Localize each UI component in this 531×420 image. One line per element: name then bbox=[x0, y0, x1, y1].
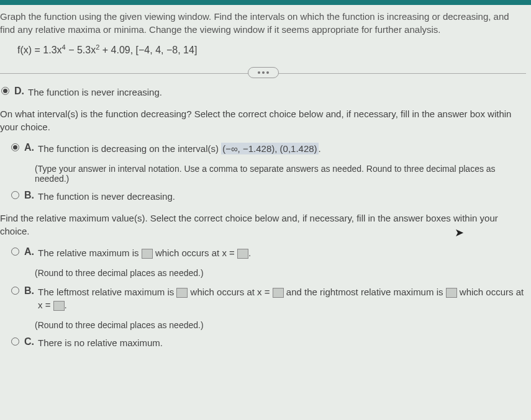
q2-a-t3: . bbox=[248, 248, 251, 258]
problem-instructions: Graph the function using the given viewi… bbox=[0, 10, 526, 36]
question-2: Find the relative maximum value(s). Sele… bbox=[0, 212, 526, 238]
q1-b-label: B. bbox=[24, 190, 34, 201]
q1-a-text: The function is decreasing on the interv… bbox=[38, 142, 321, 155]
q2-c-label: C. bbox=[24, 336, 34, 347]
q2-a-t1: The relative maximum is bbox=[38, 248, 142, 258]
q1-a-text1: The function is decreasing on the interv… bbox=[38, 143, 221, 154]
q2-option-b-row: B. The leftmost relative maximum is whic… bbox=[11, 285, 526, 311]
q2-a-hint: (Round to three decimal places as needed… bbox=[35, 268, 526, 278]
q2-a-text: The relative maximum is which occurs at … bbox=[38, 246, 251, 259]
q2-b-t3: and the rightmost relative maximum is bbox=[284, 287, 446, 297]
q1-b-text: The function is never decreasing. bbox=[38, 190, 175, 203]
answer-box-5[interactable] bbox=[446, 288, 457, 298]
answer-box-3[interactable] bbox=[176, 288, 188, 298]
formula-suffix: + 4.09, [−4, 4, −8, 14] bbox=[99, 45, 197, 55]
answer-box-1[interactable] bbox=[142, 249, 153, 259]
q2-a-t2: which occurs at x = bbox=[153, 248, 237, 258]
q2-option-c-row: C. There is no relative maximum. bbox=[11, 336, 526, 349]
top-teal-bar bbox=[0, 0, 531, 5]
q2-b-t5: . bbox=[65, 300, 67, 310]
option-d-label: D. bbox=[14, 86, 24, 97]
formula-mid: − 5.3x bbox=[66, 45, 96, 55]
q2-option-a-row: A. The relative maximum is which occurs … bbox=[11, 246, 526, 259]
cursor-icon: ➤ bbox=[455, 225, 464, 241]
radio-q2-b[interactable] bbox=[11, 287, 19, 295]
q2-b-hint: (Round to three decimal places as needed… bbox=[35, 320, 526, 330]
radio-q2-a[interactable] bbox=[11, 248, 19, 256]
q2-b-t2: which occurs at x = bbox=[188, 287, 272, 297]
option-d-text: The function is never increasing. bbox=[28, 86, 162, 99]
answer-box-4[interactable] bbox=[273, 288, 284, 298]
q2-text: Find the relative maximum value(s). Sele… bbox=[0, 213, 498, 236]
formula-prefix: f(x) = 1.3x bbox=[17, 45, 62, 55]
q2-a-label: A. bbox=[24, 246, 34, 257]
q1-a-answer[interactable]: (−∞, −1.428), (0,1.428) bbox=[221, 143, 318, 154]
q2-c-text: There is no relative maximum. bbox=[38, 336, 163, 349]
q1-option-a-row: A. The function is decreasing on the int… bbox=[11, 142, 526, 155]
nav-pill[interactable] bbox=[248, 67, 279, 78]
pill-dots-icon bbox=[258, 71, 269, 74]
option-d-row: D. The function is never increasing. bbox=[1, 86, 526, 99]
main-content: Graph the function using the given viewi… bbox=[0, 5, 531, 363]
question-1: On what interval(s) is the function decr… bbox=[0, 107, 526, 133]
q1-option-b-row: B. The function is never decreasing. bbox=[11, 190, 526, 203]
radio-q1-b[interactable] bbox=[11, 191, 19, 199]
answer-box-2[interactable] bbox=[237, 249, 248, 259]
q1-a-label: A. bbox=[24, 142, 34, 153]
q1-a-text2: . bbox=[319, 143, 321, 154]
q2-b-label: B. bbox=[24, 285, 34, 297]
nav-pill-container bbox=[0, 67, 526, 78]
q2-b-t1: The leftmost relative maximum is bbox=[38, 287, 176, 297]
radio-q1-a[interactable] bbox=[11, 143, 19, 151]
answer-box-6[interactable] bbox=[53, 301, 65, 311]
q2-b-text: The leftmost relative maximum is which o… bbox=[38, 285, 526, 311]
radio-q2-c[interactable] bbox=[11, 337, 19, 346]
formula: f(x) = 1.3x4 − 5.3x2 + 4.09, [−4, 4, −8,… bbox=[17, 43, 526, 56]
q1-a-hint: (Type your answer in interval notation. … bbox=[35, 164, 526, 184]
radio-d[interactable] bbox=[1, 87, 9, 95]
